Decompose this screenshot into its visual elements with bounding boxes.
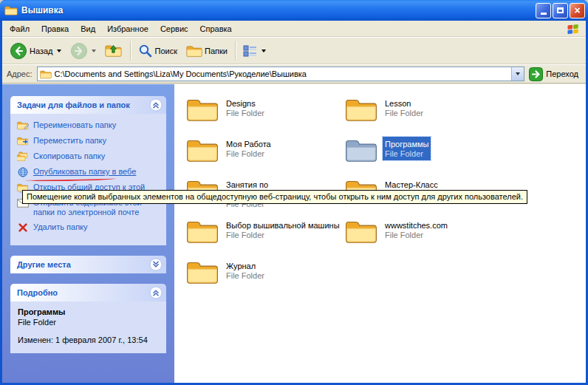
task-rename-folder[interactable]: Переименовать папку bbox=[17, 120, 163, 131]
task-label: Опубликовать папку в вебе bbox=[33, 167, 136, 177]
folder-tile-wwwstitches[interactable]: wwwstitches.com File Folder bbox=[345, 218, 504, 259]
details-folder-name: Программы bbox=[18, 307, 162, 316]
publish-web-icon bbox=[17, 167, 29, 177]
views-icon bbox=[243, 44, 258, 58]
folder-icon-selected bbox=[345, 137, 377, 163]
details-panel: Подробно Программы File Folder Изменен: … bbox=[10, 284, 166, 353]
folder-icon bbox=[186, 218, 219, 245]
tasks-panel-header[interactable]: Задачи для файлов и папок bbox=[10, 96, 166, 114]
details-panel-header[interactable]: Подробно bbox=[10, 284, 166, 301]
folder-name: Lesson bbox=[385, 99, 423, 109]
forward-dropdown-icon bbox=[92, 50, 96, 52]
chevron-up-icon[interactable] bbox=[149, 98, 163, 112]
menubar: Файл Правка Вид Избранное Сервис Справка bbox=[2, 21, 586, 37]
back-button[interactable]: Назад bbox=[5, 39, 66, 63]
task-label: Скопировать папку bbox=[33, 151, 105, 161]
tooltip: Помещение копий выбранных элементов на о… bbox=[22, 190, 527, 204]
folder-tile-programmy-selected[interactable]: Программы File Folder bbox=[345, 137, 504, 177]
menu-view[interactable]: Вид bbox=[75, 22, 101, 35]
folder-type: File Folder bbox=[385, 109, 423, 118]
back-label: Назад bbox=[30, 47, 53, 55]
toolbar-separator bbox=[130, 41, 131, 61]
go-button[interactable]: Переход bbox=[524, 67, 583, 82]
task-label: Переместить папку bbox=[33, 136, 106, 146]
search-icon bbox=[138, 44, 153, 58]
folder-name: Выбор вышивальной машины bbox=[226, 221, 340, 231]
folder-name: Программы bbox=[385, 140, 428, 149]
task-delete-folder[interactable]: Удалить папку bbox=[17, 222, 163, 233]
folder-tile-designs[interactable]: Designs File Folder bbox=[186, 96, 345, 137]
sidebar: Задачи для файлов и папок Пере bbox=[2, 84, 174, 383]
folder-type: File Folder bbox=[226, 231, 340, 240]
folder-icon bbox=[186, 137, 219, 163]
toolbar-separator bbox=[235, 41, 236, 61]
folder-type: File Folder bbox=[385, 149, 428, 159]
folder-icon bbox=[345, 96, 377, 123]
folder-name: Мастер-Класс bbox=[385, 180, 438, 190]
folder-type: File Folder bbox=[385, 231, 448, 240]
menu-edit[interactable]: Правка bbox=[35, 22, 75, 35]
address-dropdown-button[interactable] bbox=[511, 67, 524, 81]
copy-folder-icon bbox=[17, 151, 29, 162]
minimize-button[interactable] bbox=[536, 3, 551, 18]
titlebar: Вышивка × bbox=[0, 0, 588, 21]
folder-tile-lesson[interactable]: Lesson File Folder bbox=[345, 96, 504, 137]
task-label: Удалить папку bbox=[33, 222, 88, 232]
close-button[interactable]: × bbox=[570, 3, 585, 18]
tasks-panel-body: Переименовать папку Переместить папку bbox=[10, 114, 166, 245]
search-button[interactable]: Поиск bbox=[134, 41, 182, 61]
folder-icon bbox=[186, 96, 219, 123]
toolbar: Назад bbox=[2, 37, 586, 64]
chevron-up-icon[interactable] bbox=[149, 286, 163, 299]
other-places-header[interactable]: Другие места bbox=[10, 256, 166, 273]
address-path: C:\Documents and Settings\Liza\My Docume… bbox=[55, 69, 512, 78]
up-folder-icon bbox=[105, 43, 123, 59]
address-label: Адрес: bbox=[7, 69, 33, 78]
folder-type: File Folder bbox=[226, 109, 264, 118]
content-area: Задачи для файлов и папок Пере bbox=[2, 84, 586, 383]
other-places-panel: Другие места bbox=[10, 256, 166, 273]
rename-folder-icon bbox=[17, 120, 29, 131]
file-list-area[interactable]: Designs File Folder Lesson File Folder bbox=[174, 84, 586, 383]
go-icon bbox=[529, 67, 543, 81]
window-title: Вышивка bbox=[21, 5, 536, 16]
menu-favorites[interactable]: Избранное bbox=[101, 22, 154, 35]
folder-tile-moya-rabota[interactable]: Моя Работа File Folder bbox=[186, 137, 345, 177]
folder-type: File Folder bbox=[226, 149, 271, 159]
maximize-button[interactable] bbox=[553, 3, 568, 18]
folder-icon bbox=[345, 218, 377, 245]
window-folder-icon bbox=[4, 4, 18, 16]
folder-name: wwwstitches.com bbox=[385, 221, 448, 231]
folder-tile-zhurnal[interactable]: Журнал File Folder bbox=[186, 259, 345, 299]
task-publish-folder[interactable]: Опубликовать папку в вебе bbox=[17, 167, 163, 177]
search-label: Поиск bbox=[155, 47, 177, 55]
details-modified-date: Изменен: 1 февраля 2007 г., 13:54 bbox=[18, 335, 162, 344]
task-move-folder[interactable]: Переместить папку bbox=[17, 136, 163, 146]
task-label: Переименовать папку bbox=[33, 120, 116, 130]
details-folder-type: File Folder bbox=[18, 318, 162, 327]
up-button[interactable] bbox=[100, 40, 127, 62]
views-button[interactable] bbox=[239, 41, 270, 61]
folder-type: File Folder bbox=[226, 271, 264, 281]
folders-label: Папки bbox=[205, 47, 228, 55]
chevron-down-icon[interactable] bbox=[149, 258, 163, 271]
menu-help[interactable]: Справка bbox=[194, 22, 238, 35]
tasks-panel-title: Задачи для файлов и папок bbox=[17, 100, 130, 109]
task-copy-folder[interactable]: Скопировать папку bbox=[17, 151, 163, 162]
forward-icon bbox=[70, 42, 88, 60]
forward-button[interactable] bbox=[66, 39, 100, 63]
folder-name: Журнал bbox=[226, 262, 264, 271]
folder-name: Моя Работа bbox=[226, 140, 271, 149]
back-icon bbox=[10, 42, 27, 60]
address-folder-icon bbox=[40, 69, 52, 79]
address-input[interactable]: C:\Documents and Settings\Liza\My Docume… bbox=[37, 67, 525, 81]
go-label: Переход bbox=[546, 69, 578, 78]
menu-tools[interactable]: Сервис bbox=[154, 22, 194, 35]
tasks-panel: Задачи для файлов и папок Пере bbox=[10, 96, 166, 245]
folder-tile-vybor-mashiny[interactable]: Выбор вышивальной машины File Folder bbox=[186, 218, 345, 259]
folders-button[interactable]: Папки bbox=[182, 41, 232, 61]
menu-file[interactable]: Файл bbox=[4, 22, 35, 35]
delete-icon bbox=[17, 222, 29, 233]
explorer-window: Вышивка × Файл Правка Вид Избранное Серв… bbox=[0, 0, 588, 385]
details-panel-title: Подробно bbox=[17, 288, 58, 297]
